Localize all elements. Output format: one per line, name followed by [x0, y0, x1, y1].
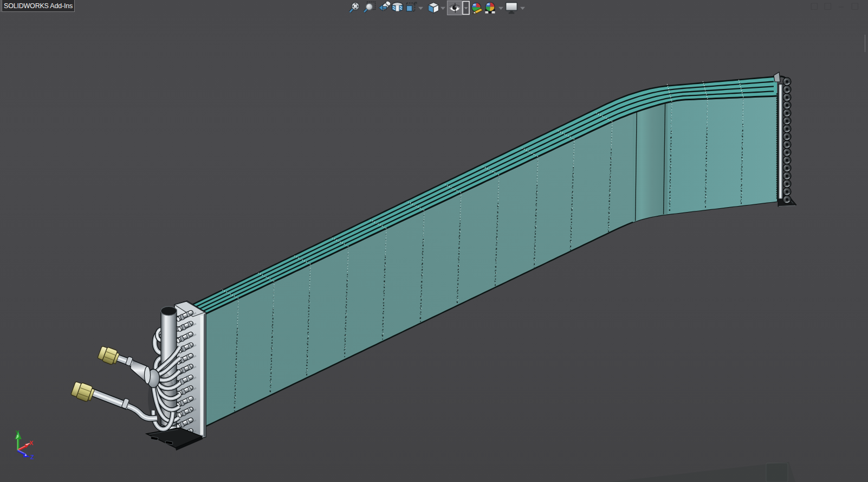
svg-text:Y: Y	[16, 429, 20, 436]
svg-text:X: X	[29, 440, 34, 446]
svg-text:Z: Z	[30, 454, 34, 460]
